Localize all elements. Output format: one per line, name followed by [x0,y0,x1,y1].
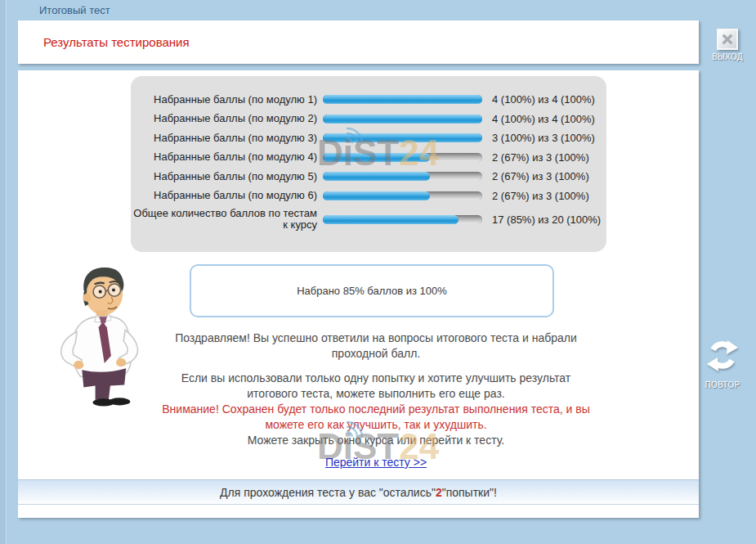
progress-fill [323,191,430,200]
result-row: Набранные баллы (по модулю 5) 2 (67%) из… [131,167,606,187]
result-row-value: 2 (67%) из 3 (100%) [492,190,589,202]
result-row-label: Набранные баллы (по модулю 2) [131,113,317,124]
close-icon [717,29,738,50]
result-row-value: 17 (85%) из 20 (100%) [492,214,601,226]
page: Итоговый тест Результаты тестирования Di… [0,0,756,544]
progress-bar [323,191,482,200]
progress-fill [323,153,430,162]
result-row-value: 4 (100%) из 4 (100%) [492,93,595,106]
attempts-text-prefix: Для прохождения теста у вас "остались" [220,486,436,499]
progress-fill [323,172,430,181]
result-row-value: 2 (67%) из 3 (100%) [492,170,589,182]
progress-bar [323,153,482,162]
result-row-value: 2 (67%) из 3 (100%) [492,151,589,164]
result-row: Общее количество баллов по тестам к курс… [131,208,606,231]
window-title: Итоговый тест [39,4,110,16]
left-edge-strip [0,0,7,544]
result-row-value: 4 (100%) из 4 (100%) [492,113,595,125]
result-row: Набранные баллы (по модулю 4) 2 (67%) из… [131,148,606,168]
go-to-test-link[interactable]: Перейти к тесту >> [103,456,649,469]
progress-fill [323,95,482,104]
attempts-bar: Для прохождения теста у вас "остались" 2… [18,479,699,505]
exit-button[interactable]: ВЫХОД [708,29,747,61]
result-row: Набранные баллы (по модулю 3) 3 (100%) и… [131,128,606,148]
progress-bar [323,115,482,124]
result-row-label: Набранные баллы (по модулю 6) [131,190,317,201]
message-block: Поздравляем! Вы успешно ответили на вопр… [103,330,649,448]
exit-button-label: ВЫХОД [708,52,747,61]
repeat-button-label: ПОВТОР [701,380,744,389]
warning-text: Внимание! Сохранен будет только последни… [103,402,649,433]
header-panel: Результаты тестирования [18,20,699,64]
progress-fill [323,115,482,124]
result-row: Набранные баллы (по модулю 2) 4 (100%) и… [131,110,606,129]
result-row-value: 3 (100%) из 3 (100%) [492,132,595,144]
main-panel: DiST24 Набранные баллы (по модулю 1) 4 (… [18,70,699,518]
progress-fill [323,215,459,224]
score-box-text: Набрано 85% баллов из 100% [297,285,447,297]
result-row-label: Набранные баллы (по модулю 3) [131,133,317,144]
result-row: Набранные баллы (по модулю 6) 2 (67%) из… [131,187,606,206]
result-row-label: Набранные баллы (по модулю 1) [131,94,317,106]
page-title: Результаты тестирования [43,20,699,64]
progress-bar [323,133,482,142]
repeat-button[interactable]: ПОВТОР [701,337,744,389]
score-box: Набрано 85% баллов из 100% [190,264,554,317]
progress-bar [323,95,482,104]
close-or-go-text: Можете закрыть окно курса или перейти к … [103,433,649,448]
attempts-text-suffix: "попытки"! [442,486,497,499]
results-panel: DiST24 Набранные баллы (по модулю 1) 4 (… [131,76,606,252]
attempts-count: 2 [436,486,442,499]
retry-text: Если вы использовали только одну попытку… [103,371,649,402]
progress-bar [323,172,482,181]
progress-fill [323,133,482,142]
refresh-icon [704,337,741,375]
congrats-text: Поздравляем! Вы успешно ответили на вопр… [103,330,649,362]
result-row-label: Набранные баллы (по модулю 4) [131,151,317,163]
result-row-label: Набранные баллы (по модулю 5) [131,171,317,182]
result-row: Набранные баллы (по модулю 1) 4 (100%) и… [131,90,606,110]
result-row-label: Общее количество баллов по тестам к курс… [131,208,317,231]
progress-bar [323,215,482,224]
